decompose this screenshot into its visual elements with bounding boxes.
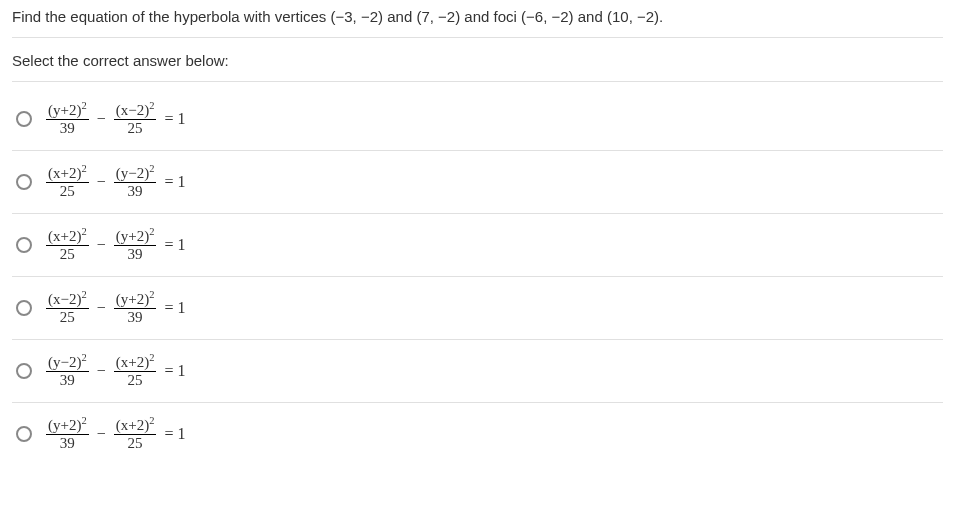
option-3-equation: (x+2)2 25 − (y+2)2 39 = 1 <box>46 228 187 262</box>
radio-icon <box>16 426 32 442</box>
option-5[interactable]: (y−2)2 39 − (x+2)2 25 = 1 <box>12 340 943 403</box>
option-4-equation: (x−2)2 25 − (y+2)2 39 = 1 <box>46 291 187 325</box>
option-6[interactable]: (y+2)2 39 − (x+2)2 25 = 1 <box>12 403 943 465</box>
option-2-equation: (x+2)2 25 − (y−2)2 39 = 1 <box>46 165 187 199</box>
question-text: Find the equation of the hyperbola with … <box>12 8 943 38</box>
option-1-equation: (y+2)2 39 − (x−2)2 25 = 1 <box>46 102 187 136</box>
radio-icon <box>16 174 32 190</box>
radio-icon <box>16 237 32 253</box>
option-4[interactable]: (x−2)2 25 − (y+2)2 39 = 1 <box>12 277 943 340</box>
option-3[interactable]: (x+2)2 25 − (y+2)2 39 = 1 <box>12 214 943 277</box>
option-5-equation: (y−2)2 39 − (x+2)2 25 = 1 <box>46 354 187 388</box>
answer-prompt: Select the correct answer below: <box>12 52 943 82</box>
option-2[interactable]: (x+2)2 25 − (y−2)2 39 = 1 <box>12 151 943 214</box>
radio-icon <box>16 300 32 316</box>
radio-icon <box>16 363 32 379</box>
option-6-equation: (y+2)2 39 − (x+2)2 25 = 1 <box>46 417 187 451</box>
option-1[interactable]: (y+2)2 39 − (x−2)2 25 = 1 <box>12 88 943 151</box>
radio-icon <box>16 111 32 127</box>
options-list: (y+2)2 39 − (x−2)2 25 = 1 (x+2)2 25 − (y… <box>12 88 943 465</box>
